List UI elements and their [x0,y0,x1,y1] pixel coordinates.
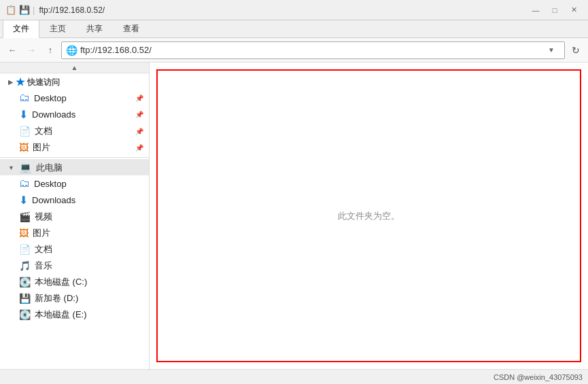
desktop-folder-icon-pc: 🗂 [19,177,30,190]
title-bar-separator: | [33,5,35,15]
main-area: ▲ ▶ ★ 快速访问 🗂 Desktop 📌 ⬇ Downloads 📌 📄 文… [0,63,588,369]
e-drive-icon: 💽 [19,309,31,320]
this-pc-header[interactable]: ▼ 💻 此电脑 [0,159,149,175]
nav-item-downloads-quick[interactable]: ⬇ Downloads 📌 [0,106,149,123]
expand-arrow: ▼ [8,164,15,171]
title-bar-icon1: 📋 [5,5,16,15]
nav-item-c-drive[interactable]: 💽 本地磁盘 (C:) [0,274,149,290]
nav-item-desktop-quick[interactable]: 🗂 Desktop 📌 [0,90,149,106]
address-dropdown-icon[interactable]: ▼ [548,46,559,54]
up-button[interactable]: ↑ [42,42,58,58]
nav-item-downloads-pc[interactable]: ⬇ Downloads [0,192,149,209]
nav-item-d-drive[interactable]: 💾 新加卷 (D:) [0,290,149,307]
desktop-folder-icon: 🗂 [19,92,30,104]
title-text: ftp://192.168.0.52/ [39,5,523,15]
address-bar[interactable]: 🌐 ▼ [61,41,565,59]
tab-share[interactable]: 共享 [76,20,113,37]
toolbar-row: ← → ↑ 🌐 ▼ ↻ [0,38,588,63]
downloads-icon-quick: ⬇ [19,108,28,121]
forward-button[interactable]: → [23,42,39,58]
pictures-icon-quick: 🖼 [19,142,29,153]
tab-home[interactable]: 主页 [39,20,76,37]
quick-access-star-icon: ★ [16,76,24,88]
music-icon-pc: 🎵 [19,260,31,271]
title-bar-icons: 📋 💾 | [5,5,35,15]
quick-access-header[interactable]: ▶ ★ 快速访问 [0,73,149,90]
pc-icon: 💻 [19,162,32,174]
maximize-button[interactable]: □ [546,3,564,17]
nav-item-e-drive[interactable]: 💽 本地磁盘 (E:) [0,307,149,323]
pin-icon-desktop: 📌 [135,94,143,102]
divider-1 [0,157,149,158]
d-drive-icon: 💾 [19,293,31,304]
videos-icon-pc: 🎬 [19,211,31,222]
nav-item-docs-quick[interactable]: 📄 文档 📌 [0,123,149,139]
title-controls: — □ ✕ [527,3,583,17]
pictures-icon-pc: 🖼 [19,228,29,239]
content-pane: 此文件夹为空。 [150,63,588,369]
ribbon-tabs: 文件 主页 共享 查看 [0,20,588,38]
nav-item-desktop-pc[interactable]: 🗂 Desktop [0,175,149,192]
empty-folder-message: 此文件夹为空。 [338,210,400,222]
docs-icon-quick: 📄 [19,126,31,137]
quick-access-arrow: ▶ [8,79,13,86]
scroll-up-arrow[interactable]: ▲ [0,63,149,73]
pin-icon-downloads: 📌 [135,111,143,118]
tab-view[interactable]: 查看 [113,20,150,37]
nav-item-pictures-quick[interactable]: 🖼 图片 📌 [0,139,149,156]
nav-item-docs-pc[interactable]: 📄 文档 [0,241,149,258]
nav-item-music-pc[interactable]: 🎵 音乐 [0,258,149,274]
c-drive-icon: 💽 [19,277,31,287]
this-pc-label: 此电脑 [36,162,63,174]
back-button[interactable]: ← [4,42,20,58]
nav-item-pictures-pc[interactable]: 🖼 图片 [0,225,149,241]
nav-item-videos-pc[interactable]: 🎬 视频 [0,209,149,225]
pin-icon-pictures: 📌 [135,144,143,152]
refresh-button[interactable]: ↻ [568,41,584,59]
address-input[interactable] [80,45,545,55]
title-bar: 📋 💾 | ftp://192.168.0.52/ — □ ✕ [0,0,588,20]
pin-icon-docs: 📌 [135,128,143,135]
nav-pane: ▲ ▶ ★ 快速访问 🗂 Desktop 📌 ⬇ Downloads 📌 📄 文… [0,63,150,369]
title-bar-icon2: 💾 [19,5,30,15]
minimize-button[interactable]: — [527,3,544,17]
tab-file[interactable]: 文件 [3,20,39,38]
downloads-icon-pc: ⬇ [19,194,28,207]
close-button[interactable]: ✕ [565,3,583,17]
address-icon: 🌐 [66,45,77,56]
docs-icon-pc: 📄 [19,244,31,255]
status-bar: CSDN @weixin_43075093 [0,369,588,384]
quick-access-label: 快速访问 [27,77,60,88]
status-text: CSDN @weixin_43075093 [494,373,583,381]
